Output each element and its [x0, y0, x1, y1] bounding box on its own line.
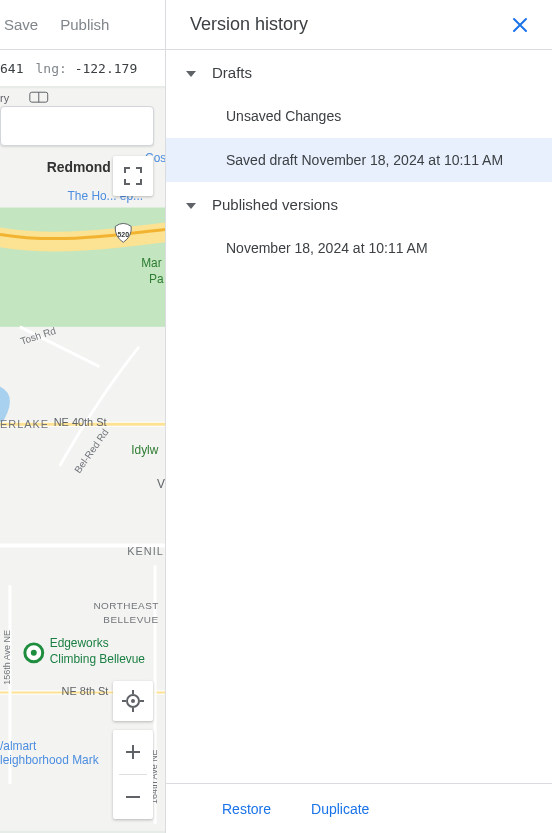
svg-text:NE 8th St: NE 8th St	[62, 685, 109, 697]
publish-button[interactable]: Publish	[60, 16, 109, 33]
map-search-input[interactable]	[0, 106, 154, 146]
svg-point-27	[31, 650, 37, 656]
map-label-redmond: Redmond	[47, 159, 111, 175]
version-history-panel: Version history Drafts Unsaved Changes S…	[166, 0, 552, 833]
svg-text:V: V	[157, 477, 165, 491]
lat-fragment: 641	[0, 61, 23, 76]
svg-text:Pa: Pa	[149, 272, 164, 286]
svg-text:Edgeworks: Edgeworks	[50, 636, 109, 650]
plus-icon	[124, 743, 142, 761]
lng-value: -122.179	[75, 61, 138, 76]
editor-pane: Save Publish 641 lng: -122.179	[0, 0, 166, 833]
svg-text:NE 40th St: NE 40th St	[54, 416, 107, 428]
zoom-in-button[interactable]	[113, 730, 153, 774]
fullscreen-button[interactable]	[113, 156, 153, 196]
chevron-down-icon	[186, 64, 196, 80]
toolbar: Save Publish	[0, 0, 165, 50]
svg-text:520: 520	[117, 231, 129, 238]
svg-text:Idylw: Idylw	[131, 443, 159, 457]
zoom-control	[113, 730, 153, 819]
panel-body: Drafts Unsaved Changes Saved draft Novem…	[166, 50, 552, 783]
svg-text:Climbing Bellevue: Climbing Bellevue	[50, 652, 146, 666]
panel-header: Version history	[166, 0, 552, 50]
fullscreen-icon	[124, 167, 142, 185]
published-section-toggle[interactable]: Published versions	[166, 182, 552, 226]
coordinates-readout: 641 lng: -122.179	[0, 50, 165, 86]
locate-button[interactable]	[113, 681, 153, 721]
version-item-published[interactable]: November 18, 2024 at 10:11 AM	[166, 226, 552, 270]
svg-text:ERLAKE: ERLAKE	[0, 418, 49, 430]
lng-label: lng:	[35, 61, 66, 76]
published-section-title: Published versions	[212, 196, 338, 213]
chevron-down-icon	[186, 196, 196, 212]
svg-text:NORTHEAST: NORTHEAST	[93, 600, 158, 611]
svg-text:leighborhood Mark: leighborhood Mark	[0, 753, 99, 767]
close-icon	[511, 16, 529, 34]
drafts-section-title: Drafts	[212, 64, 252, 81]
close-button[interactable]	[504, 9, 536, 41]
crosshair-icon	[122, 690, 144, 712]
svg-text:KENIL: KENIL	[127, 545, 164, 557]
version-item-saved-draft[interactable]: Saved draft November 18, 2024 at 10:11 A…	[166, 138, 552, 182]
duplicate-button[interactable]: Duplicate	[311, 801, 369, 817]
svg-text:BELLEVUE: BELLEVUE	[103, 614, 158, 625]
svg-text:Mar: Mar	[141, 256, 162, 270]
svg-text:156th Ave NE: 156th Ave NE	[2, 630, 12, 685]
zoom-out-button[interactable]	[113, 775, 153, 819]
version-item-unsaved[interactable]: Unsaved Changes	[166, 94, 552, 138]
svg-text:/almart: /almart	[0, 739, 37, 753]
svg-point-35	[131, 699, 135, 703]
save-button[interactable]: Save	[4, 16, 38, 33]
drafts-section-toggle[interactable]: Drafts	[166, 50, 552, 94]
svg-text:ry: ry	[0, 92, 10, 104]
panel-title: Version history	[190, 14, 504, 35]
restore-button[interactable]: Restore	[222, 801, 271, 817]
minus-icon	[124, 788, 142, 806]
panel-footer: Restore Duplicate	[166, 783, 552, 833]
